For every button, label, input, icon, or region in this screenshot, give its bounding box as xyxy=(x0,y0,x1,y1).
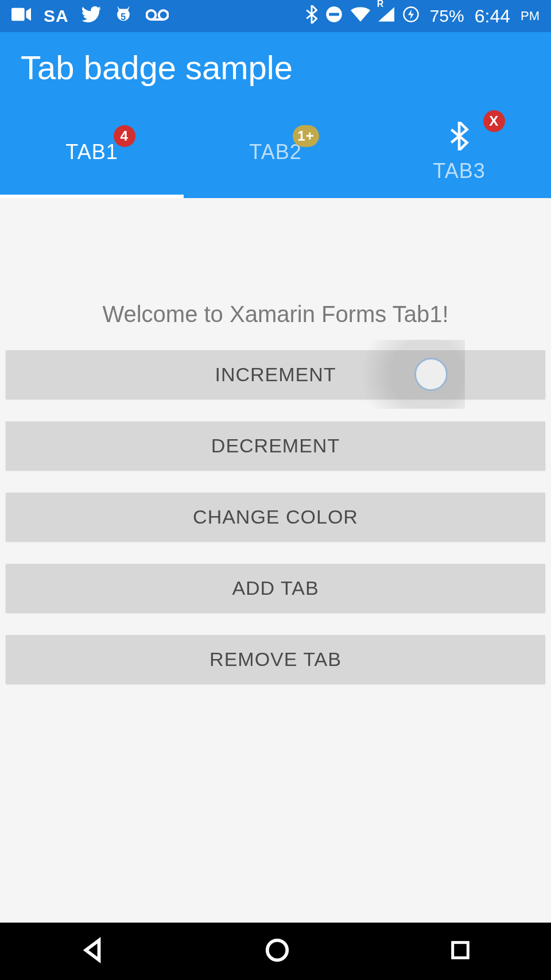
tab-badge: 4 xyxy=(114,125,135,147)
decrement-button[interactable]: DECREMENT xyxy=(6,421,545,470)
tab-indicator xyxy=(0,195,184,198)
tab-badge: 1+ xyxy=(293,125,319,147)
owl-notif-icon: 5 xyxy=(114,6,133,27)
twitter-icon xyxy=(82,6,101,26)
dnd-icon xyxy=(325,6,343,27)
change-color-button[interactable]: CHANGE COLOR xyxy=(6,493,545,541)
svg-rect-0 xyxy=(11,8,25,21)
recents-button[interactable] xyxy=(449,939,472,964)
battery-percent: 75% xyxy=(430,6,464,26)
tab-badge: X xyxy=(483,110,505,132)
sa-indicator: SA xyxy=(44,6,69,26)
svg-point-3 xyxy=(158,10,168,20)
button-label: REMOVE TAB xyxy=(209,648,342,671)
button-label: DECREMENT xyxy=(211,435,340,457)
button-label: INCREMENT xyxy=(215,363,336,386)
back-button[interactable] xyxy=(79,937,106,966)
button-label: CHANGE COLOR xyxy=(193,506,358,528)
svg-rect-12 xyxy=(453,943,468,958)
signal-icon: R xyxy=(378,7,394,26)
touch-ripple xyxy=(339,340,465,409)
clock-ampm: PM xyxy=(521,9,540,24)
tab-label: TAB3 xyxy=(433,159,485,183)
increment-button[interactable]: INCREMENT xyxy=(6,350,545,398)
tab-strip: TAB1 4 TAB2 1+ TAB3 X xyxy=(0,106,551,198)
svg-rect-6 xyxy=(329,13,339,16)
clock-time: 6:44 xyxy=(475,6,510,27)
main-content: Welcome to Xamarin Forms Tab1! INCREMENT… xyxy=(0,301,551,683)
video-icon xyxy=(11,7,31,25)
tab-tab1[interactable]: TAB1 4 xyxy=(0,106,184,198)
svg-marker-9 xyxy=(408,9,414,20)
page-title: Tab badge sample xyxy=(21,48,530,87)
svg-marker-10 xyxy=(86,940,99,960)
remove-tab-button[interactable]: REMOVE TAB xyxy=(6,635,545,683)
svg-marker-7 xyxy=(378,7,394,21)
wifi-icon xyxy=(351,7,370,26)
bluetooth-icon xyxy=(449,122,469,156)
add-tab-button[interactable]: ADD TAB xyxy=(6,564,545,612)
voicemail-icon xyxy=(146,7,169,25)
tab-label: TAB2 xyxy=(249,140,301,164)
welcome-text: Welcome to Xamarin Forms Tab1! xyxy=(6,301,545,327)
android-nav-bar xyxy=(0,923,551,980)
charging-icon xyxy=(402,6,420,27)
home-button[interactable] xyxy=(264,937,290,966)
tab-label: TAB1 xyxy=(65,140,118,164)
bluetooth-icon xyxy=(306,5,317,28)
svg-point-2 xyxy=(146,10,156,20)
svg-point-11 xyxy=(267,940,288,960)
android-status-bar: SA 5 R 75% 6:44 PM xyxy=(0,0,551,32)
svg-marker-1 xyxy=(26,8,32,21)
tab-tab2[interactable]: TAB2 1+ xyxy=(184,106,367,198)
app-bar: Tab badge sample xyxy=(0,32,551,106)
tab-tab3[interactable]: TAB3 X xyxy=(367,106,551,198)
button-label: ADD TAB xyxy=(232,577,319,599)
